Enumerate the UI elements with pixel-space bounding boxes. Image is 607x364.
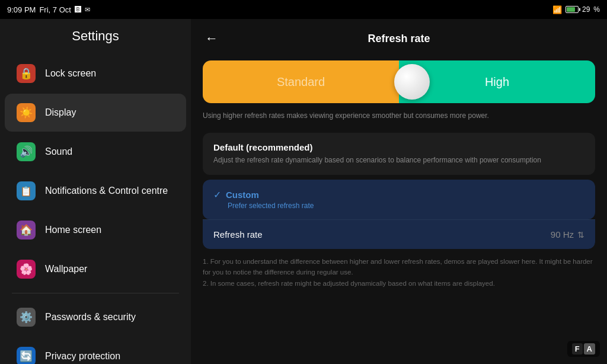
sidebar-item-lock-screen[interactable]: 🔒 Lock screen: [5, 55, 186, 92]
sound-icon: 🔊: [17, 142, 36, 161]
wallpaper-label: Wallpaper: [45, 264, 87, 274]
sidebar-item-passwords[interactable]: ⚙️ Passwords & security: [5, 298, 186, 336]
page-title: Refresh rate: [368, 33, 430, 45]
sidebar-item-privacy[interactable]: 🔄 Privacy protection: [5, 337, 186, 364]
sidebar-item-home-screen[interactable]: 🏠 Home screen: [5, 211, 186, 249]
passwords-icon: ⚙️: [17, 308, 36, 327]
sidebar-item-sound[interactable]: 🔊 Sound: [5, 133, 186, 171]
notification-icon-2: ✉: [85, 6, 90, 14]
battery-icon: [566, 6, 579, 13]
wallpaper-icon: 🌸: [17, 260, 36, 279]
lock-screen-label: Lock screen: [45, 68, 96, 79]
home-screen-icon: 🏠: [17, 221, 36, 240]
watermark: F A: [567, 341, 600, 357]
default-option-desc: Adjust the refresh rate dynamically base…: [213, 155, 584, 165]
display-icon: ☀️: [17, 103, 36, 122]
display-label: Display: [45, 107, 76, 118]
notification-icon-1: 🅱: [75, 6, 81, 13]
status-bar: 9:09 PM Fri, 7 Oct 🅱 ✉ 📶 29 %: [0, 0, 607, 19]
standard-option[interactable]: Standard: [203, 75, 399, 89]
notifications-icon: 📋: [17, 181, 36, 200]
custom-option-card[interactable]: ✓ Custom Prefer selected refresh rate: [203, 180, 595, 219]
content-header: ← Refresh rate: [203, 28, 595, 49]
default-option-title: Default (recommended): [213, 142, 584, 152]
wifi-icon: 📶: [552, 5, 562, 14]
default-option-card[interactable]: Default (recommended) Adjust the refresh…: [203, 133, 595, 175]
spinner-icon[interactable]: ⇅: [577, 230, 584, 240]
lock-screen-icon: 🔒: [17, 64, 36, 83]
custom-option-desc: Prefer selected refresh rate: [228, 202, 584, 210]
sidebar-item-notifications[interactable]: 📋 Notifications & Control centre: [5, 172, 186, 210]
sidebar-item-display[interactable]: ☀️ Display: [5, 94, 186, 132]
home-screen-label: Home screen: [45, 225, 101, 235]
battery-percent-sign: %: [593, 5, 600, 14]
checkmark-icon: ✓: [213, 189, 221, 200]
main-layout: Settings 🔒 Lock screen ☀️ Display 🔊 Soun…: [0, 19, 607, 364]
sidebar-title: Settings: [0, 24, 191, 53]
passwords-label: Passwords & security: [45, 312, 136, 323]
sidebar: Settings 🔒 Lock screen ☀️ Display 🔊 Soun…: [0, 19, 191, 364]
hint-text: Using higher refresh rates makes viewing…: [203, 110, 595, 121]
status-bar-right: 📶 29 %: [552, 5, 600, 14]
privacy-icon: 🔄: [17, 347, 36, 364]
toggle-knob: [394, 64, 430, 100]
custom-option-header: ✓ Custom: [213, 189, 584, 200]
refresh-rate-label: Refresh rate: [213, 229, 263, 240]
footnotes: 1. For you to understand the difference …: [203, 256, 595, 289]
notifications-label: Notifications & Control centre: [45, 186, 168, 196]
status-bar-left: 9:09 PM Fri, 7 Oct 🅱 ✉: [7, 5, 90, 14]
battery-percent: 29: [582, 5, 590, 14]
battery-fill: [567, 7, 575, 12]
watermark-a: A: [584, 343, 595, 355]
combined-card: ✓ Custom Prefer selected refresh rate Re…: [203, 180, 595, 249]
refresh-rate-hz: 90 Hz: [551, 229, 574, 240]
sidebar-item-wallpaper[interactable]: 🌸 Wallpaper: [5, 250, 186, 288]
custom-option-title: Custom: [226, 190, 259, 200]
footnote-2: 2. In some cases, refresh rate might be …: [203, 278, 595, 289]
footnote-1: 1. For you to understand the difference …: [203, 256, 595, 278]
refresh-rate-row[interactable]: Refresh rate 90 Hz ⇅: [203, 219, 595, 249]
refresh-rate-toggle[interactable]: Standard High: [203, 60, 595, 103]
content-area: ← Refresh rate Standard High Using highe…: [191, 19, 607, 364]
time: 9:09 PM: [7, 5, 36, 14]
refresh-rate-value: 90 Hz ⇅: [551, 229, 584, 240]
back-button[interactable]: ←: [203, 28, 221, 49]
date: Fri, 7 Oct: [39, 5, 71, 14]
privacy-label: Privacy protection: [45, 351, 120, 362]
watermark-f: F: [572, 343, 583, 355]
sidebar-divider: [12, 293, 179, 293]
sound-label: Sound: [45, 146, 72, 157]
